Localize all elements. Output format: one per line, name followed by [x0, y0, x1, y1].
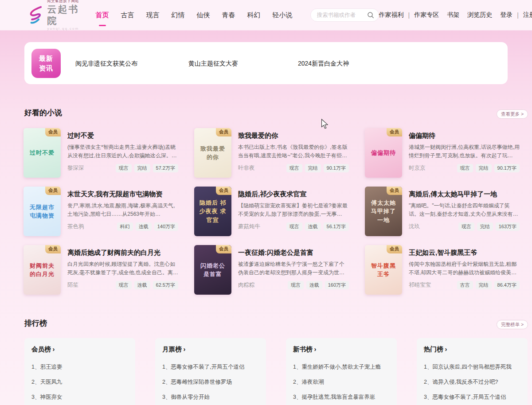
- book-title[interactable]: 一夜征婚:闪婚老公是首富: [238, 249, 349, 257]
- book-cover[interactable]: 傅太太她 马甲掉了一地会员: [365, 187, 402, 236]
- header-link-register[interactable]: 注册: [523, 11, 532, 19]
- rank-board-title-hot[interactable]: 热门榜 ›: [424, 345, 520, 354]
- rank-item-2[interactable]: 2、恶毒雌性深陷兽世修罗场: [162, 374, 259, 389]
- nav-item-modern-romance[interactable]: 现言: [146, 11, 160, 19]
- book-title[interactable]: 致我最爱的你: [238, 132, 349, 140]
- book-card-5[interactable]: 隐婚后 祁少夜夜 求官宣会员隐婚后,祁少夜夜求官宣【隐婚萌宝甜宠欢喜冤家】姜初七…: [194, 187, 365, 245]
- book-cover-title: 财阀前夫 的白月光: [23, 260, 61, 280]
- rank-item-2[interactable]: 2、诡异入侵,我反杀不过分吧?: [424, 374, 520, 389]
- header-link-writer-zone[interactable]: 作家专区: [414, 11, 439, 19]
- book-title[interactable]: 末世天灾,我有无限超市屯满物资: [67, 190, 178, 199]
- nav-item-scifi[interactable]: 科幻: [247, 11, 261, 19]
- rank-item-2[interactable]: 2、港夜欲潮: [293, 374, 390, 389]
- book-card-9[interactable]: 智斗腹黑王爷会员王妃如云,智斗腹黑王爷传闻中东翰国丞相府千金叶紫烟貌丑无盐,粗鄙…: [365, 245, 532, 304]
- book-meta: 沈玖现言完结163万字: [409, 222, 520, 231]
- book-desc: 本书已出版上市,书名《致我最爱的你》,签名版当当有哦,速度去抢咯~"老公,我今晚…: [238, 143, 349, 160]
- header-link-writer-benefits[interactable]: 作家福利: [379, 11, 404, 19]
- news-badge-line2: 资讯: [39, 63, 53, 73]
- book-author[interactable]: 祁晴宝宝: [409, 281, 457, 289]
- book-card-6[interactable]: 傅太太她 马甲掉了一地会员离婚后,傅太太她马甲掉了一地"离婚吧。"一句话,让秦舒…: [365, 187, 532, 245]
- book-card-4[interactable]: 无限超市 屯满物资会员末世天灾,我有无限超市屯满物资丧尸,寒潮,洪水,地震,酸雨…: [23, 187, 194, 245]
- news-banner: 最新 资讯 阅见非遗征文获奖公布黄山主题征文大赛2024新晋白金大神: [24, 42, 508, 84]
- header-link-bookshelf[interactable]: 书架: [447, 11, 459, 19]
- book-card-2[interactable]: 致我最爱的你会员致我最爱的你本书已出版上市,书名《致我最爱的你》,签名版当当有哦…: [194, 128, 365, 187]
- book-author[interactable]: 叶非夜: [238, 164, 286, 172]
- rank-board-title-new-books[interactable]: 新书榜 ›: [293, 345, 390, 354]
- book-cover[interactable]: 致我最爱的你会员: [194, 128, 231, 178]
- book-author[interactable]: 沈玖: [409, 223, 458, 230]
- news-badge-line1: 最新: [39, 54, 53, 63]
- rank-list: 1、恶毒女修不装了,开局五个道侣2、恶毒雌性深陷兽世修罗场3、御兽从零分开始4、…: [162, 359, 259, 405]
- book-author[interactable]: 黎深深: [67, 164, 116, 172]
- book-author[interactable]: 陌笙: [67, 281, 116, 289]
- book-title[interactable]: 偏偏期待: [409, 132, 520, 140]
- book-title[interactable]: 过时不爱: [67, 132, 178, 140]
- featured-section-title: 好看的小说: [24, 108, 62, 118]
- book-tags: 现言完结90.1万字: [457, 164, 520, 172]
- book-author[interactable]: 茶色鸦: [67, 223, 117, 230]
- rank-item-3[interactable]: 3、神医弃女: [31, 389, 128, 405]
- book-author[interactable]: 时京京: [409, 164, 457, 172]
- nav-item-xianxia[interactable]: 仙侠: [197, 11, 210, 19]
- nav-item-youth[interactable]: 青春: [222, 11, 235, 19]
- book-tag: 现言: [116, 164, 132, 172]
- book-card-1[interactable]: 过时不爱会员过时不爱(懂事坚强女主*智商出走男主,追妻火葬场)孟晓从没有想过,往…: [23, 128, 194, 187]
- book-word-count: 160万字: [325, 281, 349, 289]
- book-desc: 丧尸,寒潮,洪水,地震,酸雨,海啸,极寒,高温天气,土地污染,黑暗七日……从25…: [67, 202, 178, 218]
- rank-item-1[interactable]: 1、邪王追妻: [31, 359, 128, 374]
- nav-item-ancient-romance[interactable]: 古言: [121, 11, 134, 19]
- search-input[interactable]: [317, 12, 367, 18]
- rank-board-title-monthly-ticket[interactable]: 月票榜 ›: [162, 345, 259, 354]
- rank-item-1[interactable]: 1、重生娇娇不做小,禁欲太子宠上瘾: [293, 359, 390, 374]
- book-info: 末世天灾,我有无限超市屯满物资丧尸,寒潮,洪水,地震,酸雨,海啸,极寒,高温天气…: [67, 187, 178, 245]
- book-cover[interactable]: 无限超市 屯满物资会员: [23, 187, 61, 236]
- news-item-1[interactable]: 阅见非遗征文获奖公布: [75, 60, 137, 68]
- nav-item-fantasy-romance[interactable]: 幻情: [172, 11, 185, 19]
- search-box[interactable]: [310, 8, 379, 22]
- book-card-3[interactable]: 偏偏期待会员偏偏期待港城第一财阀闵行洲,位高权重,话说尽事做绝,用情烂到骨子里,…: [365, 128, 532, 187]
- book-author[interactable]: 蘑菇炖牛: [238, 223, 286, 230]
- rank-item-3[interactable]: 3、御兽从零分开始: [162, 389, 259, 405]
- book-card-8[interactable]: 闪婚老公 是首富会员一夜征婚:闪婚老公是首富被渣爹逼迫嫁给糟老头子宁溪一怒之下雇…: [194, 245, 365, 304]
- rank-item-3[interactable]: 3、恶毒女修不装了,开局五个道侣: [424, 389, 520, 405]
- book-title[interactable]: 离婚后她成了财阀前夫的白月光: [67, 249, 178, 257]
- featured-more-button[interactable]: 查看更多 >: [497, 109, 528, 119]
- book-title[interactable]: 离婚后,傅太太她马甲掉了一地: [409, 190, 520, 199]
- book-author[interactable]: 肉粽粽: [238, 281, 288, 289]
- book-tag: 完结: [477, 222, 493, 231]
- header-link-login[interactable]: 登录: [500, 11, 512, 19]
- news-item-2[interactable]: 黄山主题征文大赛: [188, 60, 238, 68]
- book-title[interactable]: 隐婚后,祁少夜夜求官宣: [238, 190, 349, 199]
- nav-item-home[interactable]: 首页: [96, 11, 109, 19]
- book-title[interactable]: 王妃如云,智斗腹黑王爷: [409, 249, 520, 257]
- search-icon[interactable]: [367, 12, 374, 19]
- news-item-3[interactable]: 2024新晋白金大神: [298, 60, 349, 68]
- book-info: 隐婚后,祁少夜夜求官宣【隐婚萌宝甜宠欢喜冤家】姜初七是谁?姜家最不受宠的女儿,除…: [238, 187, 349, 245]
- book-cover[interactable]: 闪婚老公 是首富会员: [194, 245, 231, 295]
- book-word-count: 62.5万字: [153, 281, 178, 289]
- book-cover[interactable]: 智斗腹黑王爷会员: [365, 245, 402, 295]
- book-cover-title: 闪婚老公 是首富: [194, 260, 231, 280]
- rank-item-1[interactable]: 1、恶毒女修不装了,开局五个道侣: [162, 359, 259, 374]
- book-meta: 陌笙现言连载62.5万字: [67, 281, 178, 289]
- header-link-browse-history[interactable]: 浏览历史: [467, 11, 492, 19]
- book-cover[interactable]: 隐婚后 祁少夜夜 求官宣会员: [194, 187, 231, 236]
- rank-board-hot: 热门榜 ›1、回京认亲后,四个驸马都想弄死我2、诡异入侵,我反杀不过分吧?3、恶…: [417, 338, 528, 405]
- book-desc: 港城第一财阀闵行洲,位高权重,话说尽事做绝,用情烂到骨子里,可克制,也放纵。有次…: [409, 143, 520, 160]
- vip-badge: 会员: [216, 128, 231, 136]
- book-card-7[interactable]: 财阀前夫 的白月光会员离婚后她成了财阀前夫的白月光白月光回来的时候,顾璟玺提了离…: [23, 245, 194, 304]
- book-cover[interactable]: 财阀前夫 的白月光会员: [23, 245, 61, 295]
- rank-item-1[interactable]: 1、回京认亲后,四个驸马都想弄死我: [424, 359, 520, 374]
- book-cover[interactable]: 偏偏期待会员: [365, 128, 402, 178]
- book-cover[interactable]: 过时不爱会员: [23, 128, 61, 178]
- book-cover-title: 隐婚后 祁少夜夜 求官宣: [194, 197, 231, 226]
- rankings-more-button[interactable]: 完整榜单 >: [497, 320, 528, 329]
- site-logo[interactable]: 阅文集团旗下网站 云起书院 yunqi.qq.com: [28, 0, 82, 31]
- rank-item-3[interactable]: 3、挺孕肚逃荒,我靠盲盒暴富养崽: [293, 389, 390, 405]
- rank-board-title-vip[interactable]: 会员榜 ›: [31, 345, 128, 354]
- logo-site-name: 云起书院: [47, 4, 82, 27]
- nav-item-light-novel[interactable]: 轻小说: [273, 11, 293, 19]
- book-word-count: 163万字: [496, 222, 520, 231]
- book-tags: 现言完结163万字: [458, 222, 520, 231]
- rank-item-2[interactable]: 2、天医凤九: [31, 374, 128, 389]
